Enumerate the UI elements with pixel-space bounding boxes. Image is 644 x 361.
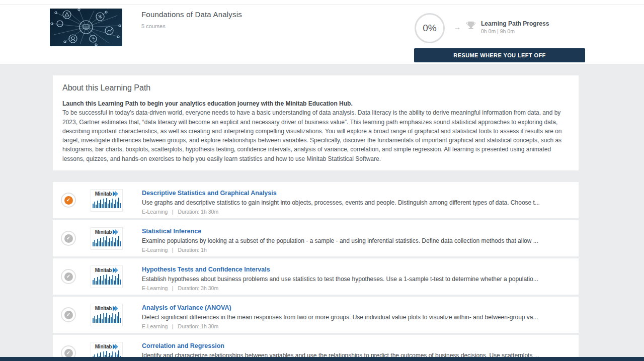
minitab-chevron-icon <box>113 229 118 235</box>
minitab-logo: Minitab <box>91 189 123 212</box>
course-description: Establish hypotheses about business prob… <box>142 276 572 283</box>
progress-time: 0h 0m | 9h 0m <box>481 28 515 34</box>
header-divider <box>0 4 644 5</box>
course-row[interactable]: ✓ Minitab Hypothesis Tests and Confidenc… <box>53 258 579 295</box>
minitab-wordmark: Minitab <box>95 191 112 197</box>
minitab-chevron-icon <box>113 267 118 273</box>
course-count: 5 courses <box>141 23 166 29</box>
course-description: Detect significant differences in the me… <box>142 314 572 321</box>
minitab-logo: Minitab <box>91 227 123 250</box>
minitab-wordmark: Minitab <box>95 344 112 349</box>
minitab-histogram-icon <box>93 197 121 208</box>
course-status-ring: ✓ <box>61 269 76 284</box>
check-icon: ✓ <box>66 274 70 279</box>
trophy-icon <box>465 21 476 32</box>
course-status-ring: ✓ <box>61 307 76 322</box>
minitab-histogram-icon <box>93 235 121 246</box>
minitab-wordmark: Minitab <box>95 229 112 235</box>
progress-circle: 0% <box>415 13 445 43</box>
course-description: Use graphs and descriptive statistics to… <box>142 199 572 206</box>
footer-bar <box>0 357 644 361</box>
course-title-link[interactable]: Statistical Inference <box>142 228 201 235</box>
course-meta: E-Learning | Duration: 1h <box>142 247 572 253</box>
page-title: Foundations of Data Analysis <box>141 10 242 19</box>
minitab-chevron-icon <box>113 344 118 349</box>
minitab-chevron-icon <box>113 191 118 197</box>
course-title-link[interactable]: Analysis of Variance (ANOVA) <box>142 304 231 311</box>
minitab-histogram-icon <box>93 312 121 323</box>
course-list: ✓ Minitab Descriptive Statistics and Gra… <box>53 182 579 361</box>
course-text: Descriptive Statistics and Graphical Ana… <box>142 188 572 215</box>
minitab-wordmark: Minitab <box>95 267 112 273</box>
check-icon: ✓ <box>66 312 70 317</box>
course-status-icon: ✓ <box>64 273 73 281</box>
about-heading: About this Learning Path <box>62 83 570 93</box>
learning-path-thumbnail <box>50 9 122 46</box>
minitab-wordmark: Minitab <box>95 306 112 311</box>
course-status-icon: ✓ <box>64 349 73 357</box>
minitab-logo: Minitab <box>91 265 123 288</box>
about-intro: Launch this Learning Path to begin your … <box>62 99 570 108</box>
course-row[interactable]: ✓ Minitab Descriptive Statistics and Gra… <box>53 182 579 218</box>
course-text: Analysis of Variance (ANOVA) Detect sign… <box>142 303 572 329</box>
minitab-histogram-icon <box>93 274 121 285</box>
learning-path-header: Foundations of Data Analysis 5 courses 0… <box>0 0 644 64</box>
course-description: Examine populations by looking at a subs… <box>142 237 572 244</box>
course-title-link[interactable]: Hypothesis Tests and Confidence Interval… <box>142 266 270 273</box>
course-title-link[interactable]: Descriptive Statistics and Graphical Ana… <box>142 190 277 197</box>
course-status-ring: ✓ <box>61 231 76 246</box>
check-icon: ✓ <box>66 236 70 241</box>
about-card: About this Learning Path Launch this Lea… <box>53 75 579 170</box>
progress-label: Learning Path Progress <box>481 20 549 27</box>
course-text: Hypothesis Tests and Confidence Interval… <box>142 264 572 291</box>
arrow-right-icon: → <box>453 23 461 31</box>
progress-percent: 0% <box>423 23 436 34</box>
course-meta: E-Learning | Duration: 1h 30m <box>142 323 572 329</box>
course-meta: E-Learning | Duration: 3h 30m <box>142 285 572 291</box>
resume-button[interactable]: RESUME WHERE YOU LEFT OFF <box>414 48 585 62</box>
check-icon: ✓ <box>66 350 70 355</box>
course-status-icon: ✓ <box>64 311 73 319</box>
minitab-logo: Minitab <box>91 304 123 326</box>
check-icon: ✓ <box>66 198 70 203</box>
course-status-ring: ✓ <box>61 193 76 208</box>
course-row[interactable]: ✓ Minitab Analysis of Variance (ANOVA) D… <box>53 297 579 333</box>
about-body: To be successful in today’s data-driven … <box>62 108 570 163</box>
course-row[interactable]: ✓ Minitab Statistical Inference Examine … <box>53 220 579 256</box>
minitab-chevron-icon <box>113 306 118 311</box>
course-meta: E-Learning | Duration: 1h 30m <box>142 209 572 215</box>
course-status-icon: ✓ <box>64 196 73 205</box>
course-status-icon: ✓ <box>64 234 73 243</box>
course-text: Statistical Inference Examine population… <box>142 226 572 253</box>
main-content: About this Learning Path Launch this Lea… <box>0 64 644 361</box>
course-title-link[interactable]: Correlation and Regression <box>142 342 224 349</box>
